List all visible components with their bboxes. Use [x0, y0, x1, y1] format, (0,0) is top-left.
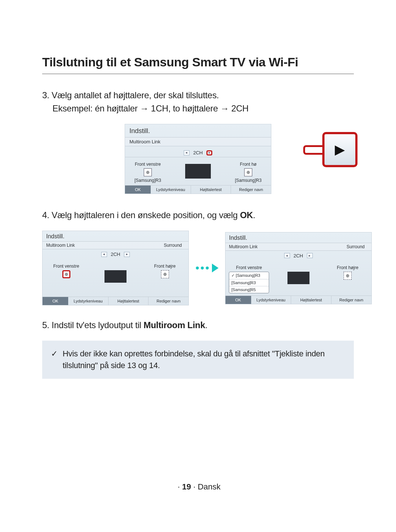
callout-leader: [303, 145, 324, 155]
front-right-column: Front hø ⊕ [Samsung]R3: [225, 162, 271, 183]
step-3-example-b: 1CH, to højttalere: [148, 103, 220, 113]
step-3-number: 3.: [42, 90, 49, 100]
spinner-left-icon[interactable]: ◂: [101, 252, 107, 257]
front-right-label-cut: Front hø: [225, 162, 271, 167]
target-icon[interactable]: ⊕: [144, 168, 152, 176]
dropdown-option-selected[interactable]: [Samsung]R3: [229, 272, 269, 279]
front-left-column: Front venstre [Samsung]R3 [Samsung]R3 [S…: [225, 265, 273, 293]
tv-icon: [104, 270, 126, 283]
step-4: 4. Vælg højttaleren i den ønskede positi…: [42, 209, 354, 222]
volume-button[interactable]: Lydstyrkeniveau: [151, 186, 191, 194]
note-box: ✓ Hvis der ikke kan oprettes forbindelse…: [42, 341, 354, 379]
spinner-left-icon[interactable]: ◂: [284, 253, 290, 258]
page-language: Dansk: [198, 482, 220, 491]
channel-spinner[interactable]: ◂ 2CH ▸: [284, 253, 313, 258]
step-4-text-a: Vælg højttaleren i den ønskede position,…: [52, 210, 240, 220]
spinner-right-icon[interactable]: ▸: [307, 253, 313, 258]
channel-value: 2CH: [294, 253, 303, 258]
check-icon: ✓: [51, 348, 58, 371]
multiroom-label: Multiroom Link: [229, 244, 258, 249]
speakertest-button[interactable]: Højttalertest: [109, 297, 149, 305]
step-3-example-c: 2CH: [229, 103, 248, 113]
multiroom-label: Multiroom Link: [46, 243, 75, 248]
step-5-text-a: Indstil tv'ets lydoutput til: [52, 320, 144, 330]
front-right-label: Front højre: [324, 265, 371, 270]
ok-button[interactable]: OK: [43, 297, 68, 305]
settings-dialog: Indstill. Multiroom Link ◂ 2CH ▸ Front v…: [125, 124, 271, 194]
rename-button[interactable]: Rediger navn: [231, 186, 271, 194]
dropdown-option[interactable]: [Samsung]R3: [229, 279, 269, 286]
page-footer: ·19·Dansk: [0, 482, 396, 492]
speaker-dropdown[interactable]: [Samsung]R3 [Samsung]R3 [Samsung]R5: [229, 272, 269, 293]
front-left-label: Front venstre: [43, 264, 90, 269]
figure-channel-select: Indstill. Multiroom Link ◂ 2CH ▸ Front v…: [42, 124, 354, 194]
step-5-bold: Multiroom Link: [143, 320, 205, 330]
dialog-title: Indstill.: [43, 231, 188, 241]
step-3-example-a: Eksempel: én højttaler: [52, 103, 140, 113]
step-4-text-b: .: [253, 210, 255, 220]
target-icon[interactable]: ⊕: [161, 270, 169, 278]
dialog-title: Indstill.: [225, 232, 371, 243]
settings-dialog-right: Indstill. Multiroom Link Surround ◂ 2CH …: [225, 232, 372, 304]
arrow-icon: →: [220, 103, 229, 113]
spinner-right-icon[interactable]: ▸: [206, 150, 212, 155]
dialog-footer: OK Lydstyrkeniveau Højttalertest Rediger…: [225, 296, 371, 304]
transition-arrow-icon: •••: [195, 262, 219, 274]
channel-spinner[interactable]: ◂ 2CH ▸: [101, 252, 130, 257]
front-right-column: Front højre ⊕: [324, 265, 371, 281]
ok-button[interactable]: OK: [125, 186, 151, 194]
spinner-right-icon[interactable]: ▸: [124, 252, 130, 257]
rename-button[interactable]: Rediger navn: [148, 297, 188, 305]
step-4-number: 4.: [42, 210, 49, 220]
channel-spinner[interactable]: ◂ 2CH ▸: [184, 150, 212, 155]
tv-icon: [185, 164, 211, 179]
target-icon[interactable]: ⊕: [244, 168, 252, 176]
speaker-name-left: [Samsung]R3: [125, 178, 170, 183]
page-title: Tilslutning til et Samsung Smart TV via …: [42, 55, 354, 74]
dialog-footer: OK Lydstyrkeniveau Højttalertest Rediger…: [43, 297, 188, 305]
dots-icon: •••: [195, 262, 210, 274]
front-left-column: Front venstre ⊕ [Samsung]R3: [125, 162, 170, 183]
speakertest-button[interactable]: Højttalertest: [291, 296, 331, 304]
speakertest-button[interactable]: Højttalertest: [191, 186, 231, 194]
figure-select-speaker: Indstill. Multiroom Link Surround ◂ 2CH …: [42, 231, 354, 305]
spinner-left-icon[interactable]: ◂: [184, 150, 190, 155]
step-5-text-b: .: [205, 320, 207, 330]
multiroom-label: Multiroom Link: [129, 139, 161, 144]
surround-label: Surround: [346, 244, 364, 249]
step-5-number: 5.: [42, 320, 49, 330]
target-icon-highlighted[interactable]: ⊕: [62, 270, 70, 278]
page-number: 19: [182, 482, 191, 491]
note-text: Hvis der ikke kan oprettes forbindelse, …: [63, 348, 345, 371]
front-right-label: Front højre: [141, 264, 188, 269]
target-icon[interactable]: ⊕: [344, 272, 352, 280]
step-4-bold: OK: [240, 210, 253, 220]
rename-button[interactable]: Rediger navn: [331, 296, 371, 304]
ok-button[interactable]: OK: [225, 296, 251, 304]
step-3: 3. Vælg antallet af højttalere, der skal…: [42, 89, 354, 115]
dialog-title: Indstill.: [125, 124, 271, 137]
callout-play-icon: ▶: [322, 132, 358, 167]
step-3-line1: Vælg antallet af højttalere, der skal ti…: [52, 90, 219, 100]
channel-value: 2CH: [111, 252, 120, 257]
tv-icon: [287, 272, 309, 284]
volume-button[interactable]: Lydstyrkeniveau: [251, 296, 292, 304]
volume-button[interactable]: Lydstyrkeniveau: [68, 297, 109, 305]
settings-dialog-left: Indstill. Multiroom Link Surround ◂ 2CH …: [42, 231, 189, 305]
channel-value: 2CH: [193, 150, 203, 155]
front-left-label: Front venstre: [125, 162, 170, 167]
arrow-icon: →: [140, 103, 149, 113]
surround-label: Surround: [164, 243, 182, 248]
front-left-column: Front venstre ⊕: [43, 264, 90, 285]
step-5: 5. Indstil tv'ets lydoutput til Multiroo…: [42, 319, 354, 332]
front-right-column: Front højre ⊕: [141, 264, 188, 285]
dropdown-option[interactable]: [Samsung]R5: [229, 286, 269, 293]
front-left-label: Front venstre: [225, 265, 273, 270]
dialog-footer: OK Lydstyrkeniveau Højttalertest Rediger…: [125, 185, 271, 194]
arrowhead-icon: [212, 264, 219, 272]
speaker-name-right: [Samsung]R3: [225, 178, 271, 183]
